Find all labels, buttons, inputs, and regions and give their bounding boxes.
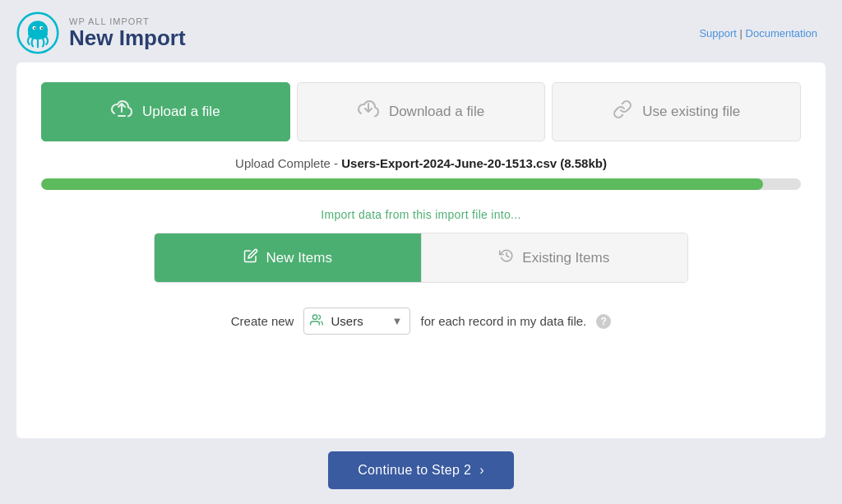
- brand-label: WP ALL IMPORT: [69, 16, 186, 26]
- download-file-tab[interactable]: Download a file: [297, 82, 546, 141]
- import-into-label: Import data from this import file into..…: [41, 208, 801, 221]
- existing-items-tab[interactable]: Existing Items: [421, 234, 688, 282]
- status-filename: Users-Export-2024-June-20-1513.csv (8.58…: [341, 156, 607, 170]
- pencil-icon: [243, 248, 258, 267]
- upload-tab-label: Upload a file: [142, 104, 220, 120]
- create-prefix: Create new: [231, 314, 294, 328]
- svg-point-4: [34, 27, 35, 29]
- documentation-link[interactable]: Documentation: [746, 27, 817, 39]
- status-line: Upload Complete - Users-Export-2024-June…: [41, 156, 801, 170]
- upload-icon: [111, 100, 132, 123]
- footer-bar: Continue to Step 2 ›: [0, 451, 842, 504]
- support-link[interactable]: Support: [699, 27, 737, 39]
- chevron-right-icon: ›: [479, 463, 484, 478]
- existing-file-tab[interactable]: Use existing file: [552, 82, 801, 141]
- history-icon: [499, 248, 514, 267]
- upload-file-tab[interactable]: Upload a file: [41, 82, 290, 141]
- continue-label: Continue to Step 2: [358, 463, 471, 478]
- download-icon: [358, 100, 379, 123]
- existing-tab-label: Use existing file: [642, 104, 740, 120]
- brand: WP ALL IMPORT New Import: [16, 12, 186, 54]
- record-suffix: for each record in my data file.: [420, 314, 586, 328]
- svg-point-5: [41, 27, 43, 29]
- help-icon[interactable]: ?: [596, 314, 611, 329]
- continue-button[interactable]: Continue to Step 2 ›: [328, 451, 514, 489]
- header: WP ALL IMPORT New Import Support | Docum…: [0, 0, 842, 62]
- item-type-tabs: New Items Existing Items: [154, 233, 688, 283]
- type-select[interactable]: Users Posts Pages Products Orders: [303, 307, 410, 335]
- brand-title: New Import: [69, 26, 186, 50]
- existing-items-label: Existing Items: [522, 250, 609, 266]
- main-card: Upload a file Download a file: [16, 62, 826, 438]
- upload-tabs: Upload a file Download a file: [41, 82, 801, 141]
- progress-bar-fill: [41, 178, 763, 190]
- download-tab-label: Download a file: [389, 104, 484, 120]
- brand-text: WP ALL IMPORT New Import: [69, 16, 186, 50]
- logo-icon: [16, 12, 59, 54]
- header-links: Support | Documentation: [699, 27, 817, 39]
- pipe-separator: |: [737, 27, 746, 39]
- progress-bar-background: [41, 178, 801, 190]
- new-items-tab[interactable]: New Items: [155, 234, 421, 282]
- new-items-label: New Items: [266, 250, 332, 266]
- link-icon: [613, 99, 632, 124]
- type-select-wrapper: Users Posts Pages Products Orders ▼: [303, 307, 410, 335]
- status-prefix: Upload Complete -: [235, 156, 341, 170]
- create-row: Create new Users Posts Pages Products Or…: [41, 307, 801, 335]
